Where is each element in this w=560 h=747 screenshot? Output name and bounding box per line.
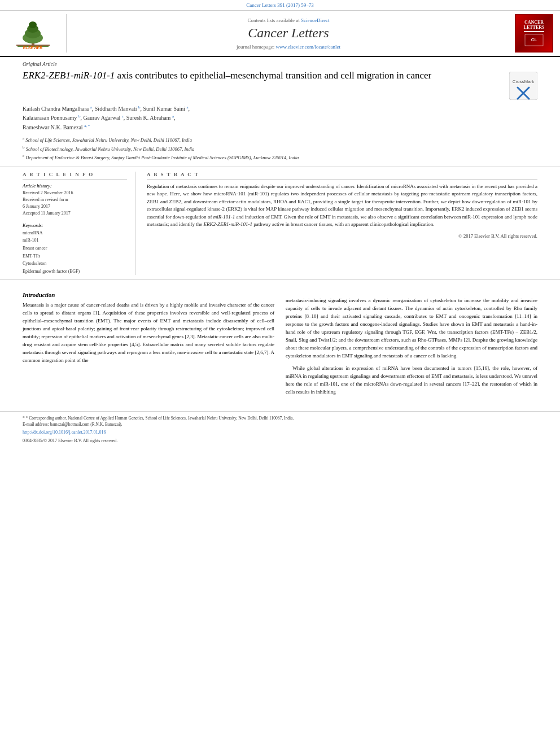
svg-point-5 xyxy=(29,21,37,28)
journal-header: ELSEVIER Contents lists available at Sci… xyxy=(0,11,560,57)
cancer-letters-badge: CANCER LETTERS CL xyxy=(515,14,553,53)
revised-date: 6 January 2017 xyxy=(23,203,127,210)
journal-homepage: journal homepage: www.elsevier.com/locat… xyxy=(237,44,340,50)
top-bar: Cancer Letters 391 (2017) 59–73 xyxy=(0,0,560,11)
abstract-header: A B S T R A C T xyxy=(147,172,537,180)
article-info-header: A R T I C L E I N F O xyxy=(23,172,127,180)
sciencedirect-link[interactable]: ScienceDirect xyxy=(301,18,329,23)
abstract-column: A B S T R A C T Regulation of metastasis… xyxy=(147,172,537,276)
content-left-column: Introduction Metastasis is a major cause… xyxy=(23,286,274,396)
article-history: Article history: Received 2 November 201… xyxy=(23,183,127,217)
elsevier-logo-area: ELSEVIER xyxy=(5,14,67,53)
keywords-section: Keywords: microRNA miR-101 Breast cancer… xyxy=(23,222,127,276)
journal-info-center: Contents lists available at ScienceDirec… xyxy=(71,14,506,53)
keyword-6: Epidermal growth factor (EGF) xyxy=(23,268,127,276)
svg-text:CL: CL xyxy=(531,37,537,42)
elsevier-logo: ELSEVIER xyxy=(12,16,54,50)
keyword-3: Breast cancer xyxy=(23,244,127,252)
footnote-asterisk: * xyxy=(23,416,25,421)
keywords-heading: Keywords: xyxy=(23,222,127,228)
main-content: Introduction Metastasis is a major cause… xyxy=(0,280,560,401)
email-footnote: E-mail address: bamezai@hotmail.com (R.N… xyxy=(23,421,537,427)
keyword-5: Cytoskeleton xyxy=(23,260,127,268)
authors: Kailash Chandra Mangalhara a, Siddharth … xyxy=(23,104,537,132)
accepted-date: Accepted 11 January 2017 xyxy=(23,210,127,217)
article-title-section: Original Article ERK2-ZEB1-miR-101-1 axi… xyxy=(0,57,560,167)
introduction-heading: Introduction xyxy=(23,291,274,298)
received-date: Received 2 November 2016 xyxy=(23,190,127,196)
affiliations: a School of Life Sciences, Jawaharlal Ne… xyxy=(23,136,537,161)
article-info-column: A R T I C L E I N F O Article history: R… xyxy=(23,172,135,276)
intro-paragraph-3: While global alterations in expression o… xyxy=(286,365,537,396)
abstract-copyright: © 2017 Elsevier B.V. All rights reserved… xyxy=(147,233,537,239)
footnote-section: * * Corresponding author. National Centr… xyxy=(0,411,560,428)
journal-citation: Cancer Letters 391 (2017) 59–73 xyxy=(246,2,313,8)
article-title-italic: ERK2-ZEB1-miR-101-1 xyxy=(23,70,115,81)
cl-badge-icon: CL xyxy=(524,33,544,47)
elsevier-tree-icon: ELSEVIER xyxy=(12,16,54,50)
journal-homepage-link[interactable]: www.elsevier.com/locate/canlet xyxy=(276,44,340,50)
sciencedirect-info: Contents lists available at ScienceDirec… xyxy=(248,18,330,23)
copyright-footer: 0304-3835/© 2017 Elsevier B.V. All right… xyxy=(0,437,560,444)
journal-badge-area: CANCER LETTERS CL xyxy=(510,14,555,53)
keyword-4: EMT-TFs xyxy=(23,252,127,260)
content-right-column: metastasis-inducing signaling involves a… xyxy=(286,286,537,396)
intro-paragraph-2: metastasis-inducing signaling involves a… xyxy=(286,297,537,360)
journal-title: Cancer Letters xyxy=(248,25,329,41)
keyword-2: miR-101 xyxy=(23,237,127,244)
svg-text:CrossMark: CrossMark xyxy=(513,79,535,84)
article-info-abstract-section: A R T I C L E I N F O Article history: R… xyxy=(0,167,560,281)
corresponding-author-note: * * Corresponding author. National Centr… xyxy=(23,415,537,421)
intro-paragraph-1: Metastasis is a major cause of cancer-re… xyxy=(23,302,274,365)
doi-section: http://dx.doi.org/10.1016/j.canlet.2017.… xyxy=(0,427,560,437)
doi-link[interactable]: http://dx.doi.org/10.1016/j.canlet.2017.… xyxy=(23,430,106,435)
crossmark-icon: CrossMark xyxy=(509,72,537,100)
svg-rect-10 xyxy=(509,72,537,100)
svg-text:ELSEVIER: ELSEVIER xyxy=(23,46,43,50)
received-revised-label: Received in revised form xyxy=(23,196,127,203)
crossmark-badge[interactable]: CrossMark xyxy=(509,72,537,100)
article-title: ERK2-ZEB1-miR-101-1 axis contributes to … xyxy=(23,69,502,82)
abstract-text: Regulation of metastasis continues to re… xyxy=(147,183,537,229)
article-type-label: Original Article xyxy=(23,62,537,67)
keyword-1: microRNA xyxy=(23,229,127,237)
history-heading: Article history: xyxy=(23,183,127,189)
article-title-row: ERK2-ZEB1-miR-101-1 axis contributes to … xyxy=(23,69,537,100)
